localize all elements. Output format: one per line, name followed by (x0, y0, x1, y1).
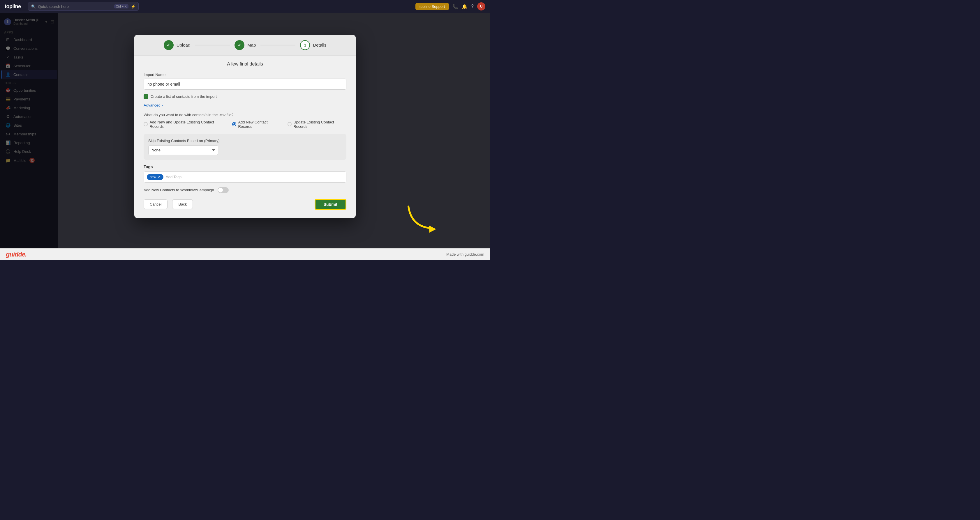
checkmark-icon-2 (238, 42, 242, 48)
tags-placeholder: Add Tags (166, 175, 181, 179)
advanced-chevron-icon: › (162, 103, 163, 107)
import-name-label: Import Name (144, 72, 346, 76)
create-list-row: ✓ Create a list of contacts from the imp… (144, 94, 346, 99)
skip-label: Skip Existing Contacts Based on (Primary… (148, 138, 342, 143)
tag-pill-new: new ✕ (147, 174, 164, 180)
tags-label: Tags (144, 164, 346, 169)
back-button[interactable]: Back (172, 200, 193, 209)
step-details-circle: 3 (300, 40, 310, 50)
checkmark-icon (167, 42, 170, 48)
import-modal: Upload Map 3 Details A few final details… (134, 35, 356, 218)
advanced-label: Advanced (144, 103, 161, 107)
guidde-text: guidde (6, 250, 25, 258)
step-map: Map (234, 40, 256, 50)
step-upload: Upload (164, 40, 191, 50)
search-icon: 🔍 (31, 4, 36, 9)
modal-footer: Cancel Back Submit (144, 198, 346, 211)
modal-title: A few final details (144, 61, 346, 67)
tags-input-row[interactable]: new ✕ Add Tags (144, 171, 346, 182)
workflow-toggle[interactable] (218, 187, 229, 193)
footer-left-buttons: Cancel Back (144, 200, 193, 209)
step-upload-label: Upload (177, 43, 191, 48)
import-name-group: Import Name (144, 72, 346, 89)
radio-add-update-circle (144, 122, 148, 126)
avatar[interactable]: U (477, 2, 485, 11)
step-details-label: Details (313, 43, 326, 48)
lightning-icon: ⚡ (131, 4, 135, 9)
skip-existing-box: Skip Existing Contacts Based on (Primary… (144, 134, 346, 160)
phone-icon[interactable]: 📞 (452, 4, 458, 10)
radio-add-update[interactable]: Add New and Update Existing Contact Reco… (144, 120, 225, 128)
step-map-circle (234, 40, 244, 50)
modal-body: A few final details Import Name ✓ Create… (134, 55, 356, 218)
step-connector-1 (195, 44, 230, 45)
radio-update-existing[interactable]: Update Existing Contact Records (288, 120, 346, 128)
support-button[interactable]: topline Support (415, 3, 449, 10)
radio-options-group: Add New and Update Existing Contact Reco… (144, 120, 346, 128)
radio-add-new-circle (232, 122, 236, 126)
app-logo: topline (5, 3, 21, 10)
checkbox-check-icon: ✓ (145, 95, 147, 98)
step-details-number: 3 (304, 43, 306, 48)
radio-add-new-label: Add New Contact Records (238, 120, 280, 128)
workflow-toggle-label: Add New Contacts to Workflow/Campaign (144, 188, 214, 192)
tag-remove-icon[interactable]: ✕ (158, 175, 161, 179)
step-connector-2 (261, 44, 295, 45)
bottom-bar: guidde. Made with guidde.com (0, 248, 490, 260)
skip-select[interactable]: None (148, 145, 218, 155)
tag-value: new (150, 175, 156, 179)
top-nav: topline 🔍 Quick search here Ctrl + K ⚡ t… (0, 0, 490, 13)
submit-button[interactable]: Submit (315, 198, 346, 209)
advanced-link[interactable]: Advanced › (144, 103, 163, 107)
cancel-button[interactable]: Cancel (144, 200, 167, 209)
import-name-input[interactable] (144, 78, 346, 89)
workflow-toggle-row: Add New Contacts to Workflow/Campaign (144, 187, 346, 193)
radio-add-new[interactable]: Add New Contact Records (232, 120, 280, 128)
radio-update-existing-label: Update Existing Contact Records (293, 120, 346, 128)
step-upload-circle (164, 40, 173, 50)
bell-icon[interactable]: 🔔 (462, 4, 468, 10)
help-icon[interactable]: ? (471, 4, 474, 9)
radio-update-existing-circle (288, 122, 292, 126)
radio-question: What do you want to do with contact/s in… (144, 113, 346, 117)
stepper: Upload Map 3 Details (134, 35, 356, 55)
tags-section: Tags new ✕ Add Tags (144, 164, 346, 182)
topnav-right: topline Support 📞 🔔 ? U (415, 2, 485, 11)
search-placeholder: Quick search here (38, 4, 69, 9)
create-list-checkbox[interactable]: ✓ (144, 94, 148, 99)
guidde-dot: . (25, 250, 27, 258)
guidde-logo: guidde. (6, 250, 27, 258)
made-with-text: Made with guidde.com (446, 252, 484, 257)
create-list-label: Create a list of contacts from the impor… (151, 94, 217, 99)
search-shortcut: Ctrl + K (114, 4, 129, 8)
search-bar[interactable]: 🔍 Quick search here Ctrl + K ⚡ (28, 2, 138, 11)
step-details: 3 Details (300, 40, 326, 50)
radio-add-update-label: Add New and Update Existing Contact Reco… (150, 120, 225, 128)
step-map-label: Map (247, 43, 256, 48)
